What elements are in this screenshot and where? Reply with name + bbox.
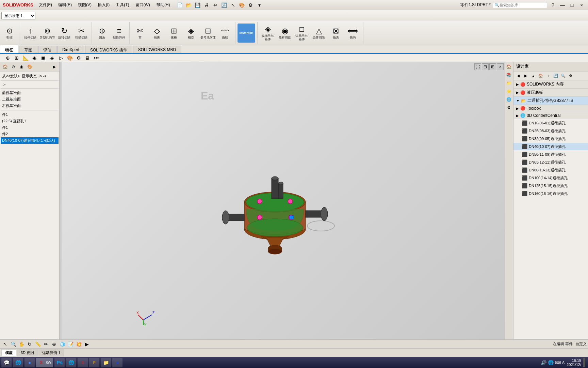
measure-icon[interactable]: 📐 [22, 54, 29, 62]
input-method[interactable]: A [562, 361, 565, 365]
render-icon[interactable]: 🎨 [238, 1, 246, 9]
item-dn16[interactable]: ⬛ DN16(06-01)通径插孔 [513, 119, 588, 127]
taskbar-solidworks[interactable]: S SW [36, 358, 53, 367]
open-icon[interactable]: 📂 [185, 1, 193, 9]
tab-sw-mbd[interactable]: SOLIDWORKS MBD [133, 46, 181, 53]
item-dn160[interactable]: ⬛ DN160(16-16)通径插孔 [513, 190, 588, 198]
section-toolbox[interactable]: ▶ 🔴 Toolbox [513, 105, 588, 112]
tray-icon-1[interactable]: 🔊 [541, 360, 546, 365]
measure-tool-icon[interactable]: 📏 [34, 340, 42, 348]
dl-search-icon[interactable]: 🔍 [560, 73, 567, 79]
dl-up-icon[interactable]: ▲ [530, 73, 537, 79]
taskbar-browser[interactable]: 🌐 [13, 358, 23, 367]
view-split-v-icon[interactable]: ⊞ [489, 63, 496, 70]
config-manager-icon[interactable]: 🎨 [26, 63, 33, 71]
property-manager-icon[interactable]: ◉ [18, 63, 25, 71]
tray-icon-2[interactable]: 🌐 [548, 360, 554, 365]
tree-item-arrow[interactable]: -> [1, 82, 59, 87]
tab-3d-view[interactable]: 3D 视图 [17, 349, 38, 356]
taskbar-blue[interactable]: ● [24, 358, 35, 367]
item-dn100[interactable]: ⬛ DN100(14-14)通径插孔 [513, 174, 588, 182]
section-3d-content[interactable]: ▶ 🌐 3D ContentCentral [513, 112, 588, 119]
loft-cut-button[interactable]: ◉ 放样切割 [277, 23, 293, 43]
settings-icon[interactable]: ⚙ [75, 54, 82, 62]
tab-dimxpert[interactable]: DimXpert [57, 46, 84, 53]
tree-item-part1[interactable]: 件1 [1, 111, 59, 118]
more-tool-icon[interactable]: ▶ [83, 340, 91, 348]
menu-insert[interactable]: 插入(I) [95, 1, 112, 9]
explode-tool-icon[interactable]: 💥 [75, 340, 82, 348]
tab-model[interactable]: 模型 [1, 349, 16, 356]
snap-icon[interactable]: ⊕ [4, 54, 12, 62]
menu-file[interactable]: 文件(F) [36, 1, 55, 9]
boundary-cut-button[interactable]: △ 边界切除 [311, 23, 327, 43]
shell-button[interactable]: ⊠ 抽壳 [328, 23, 344, 43]
dl-add-icon[interactable]: + [545, 73, 552, 79]
annotation-tool-icon[interactable]: 📝 [67, 340, 74, 348]
curves-button[interactable]: 〰 曲线 [217, 23, 233, 43]
taskbar-app2[interactable]: P [89, 358, 99, 367]
linear-pattern-button[interactable]: ≡ 线性阵列 [111, 23, 127, 43]
print-icon[interactable]: 🖨 [203, 1, 210, 9]
intersect-button[interactable]: ◈ 相交 [183, 23, 199, 43]
taskbar-globe2[interactable]: 🌐 [66, 358, 76, 367]
display-mode-icon[interactable]: ◈ [48, 54, 56, 62]
taskbar-wechat[interactable]: 💬 [1, 358, 12, 367]
wrap-button[interactable]: ◇ 包裹 [149, 23, 165, 43]
menu-help[interactable]: 帮助(H) [153, 1, 173, 9]
hole-wizard-button[interactable]: ⊚ 异型孔向导 [39, 23, 55, 43]
new-icon[interactable]: 📄 [176, 1, 184, 9]
close-button[interactable]: × [578, 1, 585, 9]
extrude-cut-button[interactable]: ↑ 拉伸切除 [22, 23, 38, 43]
snap-tool-icon[interactable]: ⊕ [50, 340, 58, 348]
3d-viewport[interactable]: Z X Y ⛶ ⊟ ⊞ × Ea [62, 62, 505, 348]
item-dn50[interactable]: ⬛ DN50(11-09)通径插孔 [513, 151, 588, 158]
folder-side-icon[interactable]: 📁 [506, 80, 512, 87]
loft-button[interactable]: ◈ 放样凸台/基体 [260, 23, 276, 43]
tree-item-component2[interactable]: 件2 [1, 131, 59, 137]
dl-forward-icon[interactable]: ▶ [522, 73, 529, 79]
taskbar-circle[interactable]: ● [112, 358, 122, 367]
home-side-icon[interactable]: 🏠 [506, 63, 512, 70]
zoom-tool-icon[interactable]: 🔍 [10, 340, 17, 348]
menu-view[interactable]: 视图(V) [75, 1, 94, 9]
view-expand-icon[interactable]: ⛶ [474, 63, 481, 70]
boundary-boss2-button[interactable]: □ 边界凸台/基体 [294, 23, 310, 43]
section-sw-content[interactable]: ▶ 🔴 SOLIDWORKS 内容 [513, 80, 588, 89]
tree-item-top-plane[interactable]: 上视基准面 [1, 96, 59, 103]
section-icon[interactable]: ▣ [39, 54, 47, 62]
minimize-button[interactable]: — [559, 1, 566, 9]
section-gb2877[interactable]: ▼ 📂 二通插孔-符合GB2877 IS [513, 97, 588, 105]
dots-icon[interactable]: ••• [93, 54, 100, 62]
tree-item-dn40[interactable]: DN40(10-07)通径插孔<1>(默认) [1, 137, 59, 144]
more-icon[interactable]: ▾ [256, 1, 263, 9]
color-icon[interactable]: 🎨 [66, 54, 74, 62]
tray-icon-3[interactable]: ⌨ [555, 360, 561, 365]
menu-window[interactable]: 窗口(W) [133, 1, 153, 9]
rebuild-icon[interactable]: 🔄 [220, 1, 228, 9]
sketch-tool-icon[interactable]: ✏ [42, 340, 50, 348]
item-dn25[interactable]: ⬛ DN25(08-03)通径插孔 [513, 127, 588, 135]
dl-back-icon[interactable]: ◀ [515, 73, 522, 79]
select-icon[interactable]: ↖ [229, 1, 237, 9]
view-split-h-icon[interactable]: ⊟ [482, 63, 489, 70]
revolve-cut-button[interactable]: ↻ 旋转切除 [56, 23, 72, 43]
tree-item-hole1[interactable]: (22.5) 直径孔1 [1, 118, 59, 124]
dl-home-icon[interactable]: 🏠 [537, 73, 544, 79]
maximize-button[interactable]: □ [568, 1, 576, 9]
menu-tools[interactable]: 工具(T) [113, 1, 132, 9]
sweep-button[interactable]: ⊙ 扫描 [1, 23, 18, 43]
dl-options-icon[interactable]: ⚙ [567, 73, 574, 79]
tree-item-display-state[interactable]: 从<<默认>_显示状态 1> -> [1, 73, 59, 79]
rotate-tool-icon[interactable]: ↻ [26, 340, 33, 348]
tab-sketch[interactable]: 草图 [19, 46, 37, 53]
options-icon[interactable]: ⚙ [247, 1, 255, 9]
boundary-boss-button[interactable]: ⊟ 参考几何体 [200, 23, 216, 43]
draft-button[interactable]: ⊞ 拔模 [166, 23, 182, 43]
item-dn80[interactable]: ⬛ DN80(13-13)通径插孔 [513, 166, 588, 174]
select-tool-icon[interactable]: ↖ [1, 340, 9, 348]
section-hydraulic[interactable]: ▶ 🔴 液压底板 [513, 89, 588, 97]
save-icon[interactable]: 💾 [194, 1, 201, 9]
chamfer-button[interactable]: ✄ 前 [132, 23, 148, 43]
pan-tool-icon[interactable]: ✋ [18, 340, 25, 348]
